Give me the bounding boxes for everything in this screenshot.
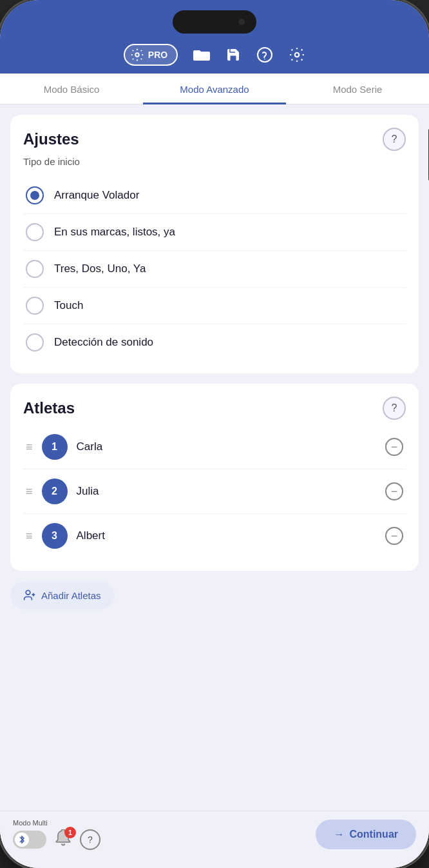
dynamic-island xyxy=(173,10,256,34)
radio-sonido-label: Detección de sonido xyxy=(54,336,153,349)
athlete-row-3: ≡ 3 Albert − xyxy=(23,513,406,558)
remove-athlete-1[interactable]: − xyxy=(385,438,403,456)
atletas-title: Atletas xyxy=(23,399,75,417)
notification-badge: 1 xyxy=(64,827,76,838)
folder-button[interactable] xyxy=(193,48,210,62)
radio-tres[interactable]: Tres, Dos, Uno, Ya xyxy=(23,250,406,287)
phone-frame: PRO xyxy=(0,0,429,868)
radio-marcas-label: En sus marcas, listos, ya xyxy=(54,226,175,239)
svg-point-0 xyxy=(135,53,139,57)
pro-label: PRO xyxy=(148,50,167,60)
ajustes-card: Ajustes ? Tipo de inicio Arranque Volado… xyxy=(10,115,419,373)
radio-touch[interactable]: Touch xyxy=(23,287,406,324)
athlete-name-3: Albert xyxy=(77,529,376,542)
radio-arranque-circle xyxy=(26,186,44,204)
bottom-help-button[interactable]: ? xyxy=(80,829,100,850)
radio-tres-circle xyxy=(26,260,44,278)
tipo-inicio-label: Tipo de inicio xyxy=(23,156,406,167)
bottom-bar: Modo Multi 1 xyxy=(0,811,429,868)
atletas-card: Atletas ? ≡ 1 Carla − ≡ 2 Julia xyxy=(10,384,419,571)
phone-screen: PRO xyxy=(0,0,429,868)
remove-athlete-2[interactable]: − xyxy=(385,482,403,500)
tab-basico[interactable]: Modo Básico xyxy=(0,74,143,104)
save-button[interactable] xyxy=(225,47,241,63)
help-header-button[interactable] xyxy=(256,46,273,63)
drag-handle-1[interactable]: ≡ xyxy=(26,440,33,454)
ajustes-help-button[interactable]: ? xyxy=(383,128,406,151)
continuar-label: Continuar xyxy=(349,829,398,840)
drag-handle-2[interactable]: ≡ xyxy=(26,485,33,498)
svg-point-2 xyxy=(264,59,265,60)
radio-sonido-circle xyxy=(26,333,44,351)
pro-button[interactable]: PRO xyxy=(124,44,178,66)
svg-point-3 xyxy=(295,53,300,57)
continuar-button[interactable]: → Continuar xyxy=(316,820,416,849)
remove-athlete-3[interactable]: − xyxy=(385,527,403,545)
athlete-badge-2: 2 xyxy=(42,478,68,504)
bluetooth-toggle[interactable] xyxy=(13,831,46,849)
athlete-row-2: ≡ 2 Julia − xyxy=(23,469,406,513)
radio-arranque-label: Arranque Volador xyxy=(54,189,139,202)
athlete-badge-3: 3 xyxy=(42,523,68,549)
athlete-row-1: ≡ 1 Carla − xyxy=(23,425,406,469)
radio-marcas[interactable]: En sus marcas, listos, ya xyxy=(23,213,406,250)
add-athletes-button[interactable]: Añadir Atletas xyxy=(10,581,114,609)
radio-touch-label: Touch xyxy=(54,299,83,312)
svg-point-1 xyxy=(258,48,272,62)
arrow-icon: → xyxy=(334,829,344,840)
add-athletes-label: Añadir Atletas xyxy=(41,590,101,601)
svg-point-4 xyxy=(26,591,30,595)
athlete-badge-1: 1 xyxy=(42,434,68,460)
notification-button[interactable]: 1 xyxy=(54,829,72,850)
settings-button[interactable] xyxy=(289,46,305,63)
athlete-name-1: Carla xyxy=(77,440,376,453)
radio-tres-label: Tres, Dos, Uno, Ya xyxy=(54,262,146,275)
radio-sonido[interactable]: Detección de sonido xyxy=(23,324,406,360)
modo-multi-label: Modo Multi xyxy=(13,819,48,827)
tabs: Modo Básico Modo Avanzado Modo Serie xyxy=(0,74,429,104)
radio-marcas-circle xyxy=(26,223,44,241)
athlete-name-2: Julia xyxy=(77,485,376,498)
tab-serie[interactable]: Modo Serie xyxy=(286,74,429,104)
radio-touch-circle xyxy=(26,297,44,315)
atletas-header: Atletas ? xyxy=(23,397,406,420)
drag-handle-3[interactable]: ≡ xyxy=(26,529,33,543)
ajustes-header: Ajustes ? xyxy=(23,128,406,151)
radio-arranque[interactable]: Arranque Volador xyxy=(23,177,406,213)
content-area: Ajustes ? Tipo de inicio Arranque Volado… xyxy=(0,104,429,868)
tab-avanzado[interactable]: Modo Avanzado xyxy=(143,74,286,104)
bluetooth-icon xyxy=(15,833,29,847)
ajustes-title: Ajustes xyxy=(23,130,79,148)
atletas-help-button[interactable]: ? xyxy=(383,397,406,420)
